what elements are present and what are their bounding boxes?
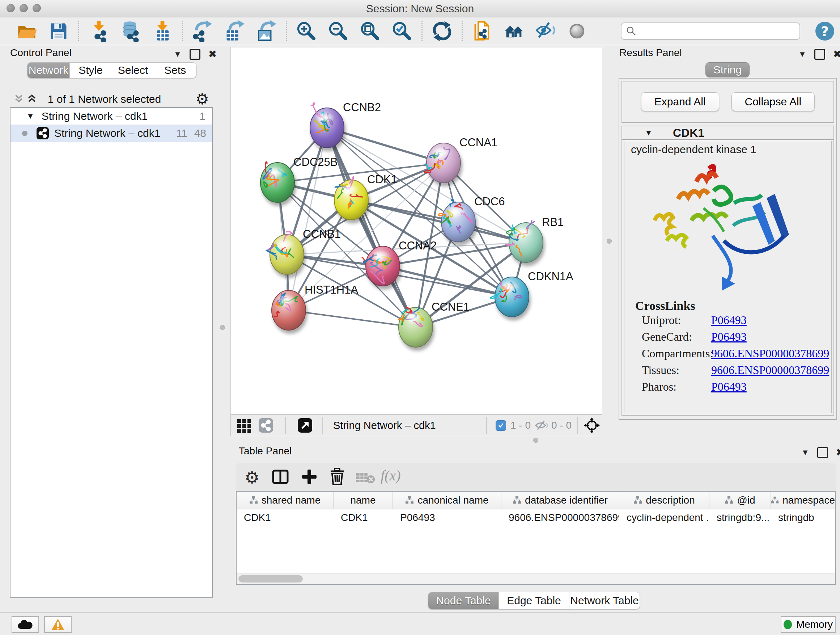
node-table[interactable]: shared name name canonical name xyxy=(236,491,836,585)
tab-edge-table[interactable]: Edge Table xyxy=(499,592,569,609)
hide-selected-button[interactable] xyxy=(534,19,557,43)
detach-view-button[interactable] xyxy=(297,415,313,436)
network-node-ccne1[interactable]: CCNE1 xyxy=(399,301,470,347)
network-canvas[interactable]: CCNB2CCNA1CDC25BCDK1CDC6RB1CCNB1CCNA2CDK… xyxy=(231,47,602,415)
table-horizontal-scrollbar[interactable] xyxy=(237,573,835,584)
network-node-cdc25b[interactable]: CDC25B xyxy=(261,156,338,203)
network-share-icon xyxy=(36,127,49,140)
table-panel: Table Panel ▼ ✖ ⚙ xyxy=(231,443,840,612)
zoom-selected-button[interactable] xyxy=(390,19,414,43)
tab-string[interactable]: String xyxy=(706,62,750,78)
tab-network-table[interactable]: Network Table xyxy=(569,592,639,609)
function-builder-button[interactable]: f(x) xyxy=(381,467,401,484)
network-node-cdkn1a[interactable]: CDKN1A xyxy=(491,270,573,317)
network-row-selected[interactable]: String Network – cdk1 11 48 xyxy=(11,125,212,142)
right-splitter-handle[interactable] xyxy=(607,239,612,244)
search-icon xyxy=(626,26,637,36)
float-panel-icon[interactable]: ▼ xyxy=(174,50,182,59)
search-box[interactable] xyxy=(621,22,800,40)
left-splitter-handle[interactable] xyxy=(220,325,225,330)
warning-icon xyxy=(51,618,65,631)
delete-table-button[interactable] xyxy=(355,471,376,486)
column-header-canonical-name[interactable]: canonical name xyxy=(393,492,501,509)
tab-sets[interactable]: Sets xyxy=(154,63,196,78)
export-table-icon xyxy=(224,20,245,42)
zoom-in-button[interactable] xyxy=(295,19,318,43)
column-header-description[interactable]: description xyxy=(619,492,709,509)
column-header-id[interactable]: @id xyxy=(709,492,771,509)
protein-section-header[interactable]: ▼ CDK1 xyxy=(622,126,834,140)
export-image-icon xyxy=(256,20,277,42)
toolbar-separator xyxy=(285,417,286,434)
horizontal-splitter-handle[interactable] xyxy=(533,438,538,443)
birds-eye-view-button[interactable] xyxy=(584,415,600,436)
import-table-button[interactable] xyxy=(151,19,174,43)
collection-expand-icon[interactable]: ▼ xyxy=(27,111,34,121)
help-button[interactable]: ? xyxy=(815,22,834,41)
expand-all-button[interactable]: Expand All xyxy=(641,92,719,111)
column-header-database-identifier[interactable]: database identifier xyxy=(501,492,619,509)
crosslink-row: GeneCard: P06493 xyxy=(642,330,830,347)
memory-button[interactable]: Memory xyxy=(781,616,836,633)
float-panel-icon[interactable]: ▼ xyxy=(801,448,809,457)
grid-view-button[interactable] xyxy=(237,415,252,436)
import-network-button[interactable] xyxy=(87,19,111,43)
create-column-button[interactable] xyxy=(300,468,318,487)
crosslink-link[interactable]: 9606.ENSP00000378699 xyxy=(711,347,829,360)
open-session-button[interactable] xyxy=(15,19,38,43)
cloud-button[interactable] xyxy=(11,616,39,633)
first-neighbors-button[interactable] xyxy=(502,19,526,43)
network-status-dot xyxy=(22,131,27,136)
crosslink-link[interactable]: P06493 xyxy=(711,380,747,394)
apply-layout-button[interactable] xyxy=(431,19,454,43)
close-panel-icon[interactable]: ✖ xyxy=(836,447,840,458)
network-view-mode-button[interactable] xyxy=(258,415,273,436)
network-options-gear-button[interactable]: ⚙ xyxy=(193,90,211,108)
selected-items-checkbox[interactable] xyxy=(496,420,506,431)
crosslink-label: Pharos: xyxy=(642,380,676,393)
search-input[interactable] xyxy=(639,24,799,39)
scrollbar-thumb[interactable] xyxy=(238,575,303,583)
maximize-panel-icon[interactable] xyxy=(814,49,825,60)
float-panel-icon[interactable]: ▼ xyxy=(798,50,806,59)
column-header-namespace[interactable]: namespace xyxy=(771,492,835,509)
zoom-fit-button[interactable] xyxy=(358,19,382,43)
tab-style[interactable]: Style xyxy=(70,63,112,78)
close-panel-icon[interactable]: ✖ xyxy=(833,48,840,60)
cell-id: stringdb:9... xyxy=(709,509,771,526)
zoom-out-button[interactable] xyxy=(327,19,350,43)
string-network-graph[interactable]: CCNB2CCNA1CDC25BCDK1CDC6RB1CCNB1CCNA2CDK… xyxy=(231,48,602,414)
tab-network[interactable]: Network xyxy=(27,63,70,78)
export-table-button[interactable] xyxy=(223,19,246,43)
crosslink-link[interactable]: P06493 xyxy=(711,330,747,344)
crosslink-row: Tissues: 9606.ENSP00000378699 xyxy=(642,363,830,380)
export-network-button[interactable] xyxy=(191,19,214,43)
crosslink-link[interactable]: 9606.ENSP00000378699 xyxy=(711,363,829,377)
warnings-button[interactable] xyxy=(44,616,72,633)
application-window: Session: New Session xyxy=(0,0,840,635)
network-node-ccna1[interactable]: CCNA1 xyxy=(424,136,498,183)
table-row[interactable]: CDK1 CDK1 P06493 9606.ENSP00000378699 cy… xyxy=(237,509,835,526)
tab-node-table[interactable]: Node Table xyxy=(428,592,499,609)
export-image-button[interactable] xyxy=(255,19,278,43)
network-node-ccnb1[interactable]: CCNB1 xyxy=(266,228,341,274)
import-network-from-database-button[interactable] xyxy=(119,19,142,43)
table-options-gear-button[interactable]: ⚙ xyxy=(245,468,259,487)
maximize-panel-icon[interactable] xyxy=(817,447,828,458)
close-panel-icon[interactable]: ✖ xyxy=(208,48,217,60)
section-expand-icon[interactable]: ▼ xyxy=(645,128,653,138)
maximize-panel-icon[interactable] xyxy=(189,49,201,60)
show-columns-button[interactable] xyxy=(271,468,289,487)
column-header-shared-name[interactable]: shared name xyxy=(237,492,333,509)
save-session-button[interactable] xyxy=(47,19,70,43)
column-header-name[interactable]: name xyxy=(333,492,393,509)
network-node-rb1[interactable]: RB1 xyxy=(505,216,564,263)
string-import-button[interactable] xyxy=(471,19,494,43)
network-node-hist1h1a[interactable]: HIST1H1A xyxy=(272,283,358,330)
collapse-all-button[interactable]: Collapse All xyxy=(731,92,815,111)
crosslink-link[interactable]: P06493 xyxy=(711,314,747,327)
show-all-button[interactable] xyxy=(566,19,589,43)
tab-select[interactable]: Select xyxy=(112,63,155,78)
network-collection-row[interactable]: ▼ String Network – cdk1 1 xyxy=(11,108,212,125)
delete-column-button[interactable] xyxy=(328,468,346,487)
